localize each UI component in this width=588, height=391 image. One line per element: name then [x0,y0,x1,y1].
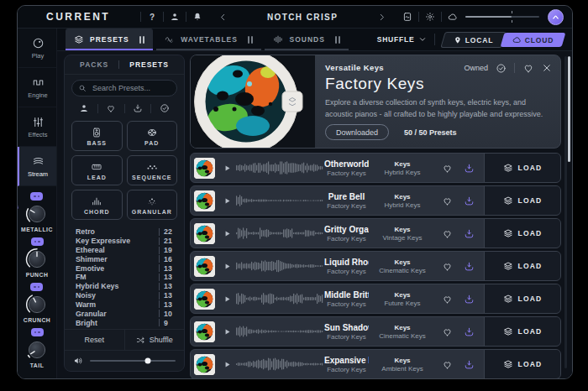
preset-row[interactable]: Middle BrittleFactory KeysKeysFuture Key… [190,284,561,314]
play-button[interactable] [223,229,232,238]
preset-row[interactable]: Expansive BellscapeFactory KeysKeysAmbie… [190,349,561,379]
tag-row[interactable]: Shimmer16 [76,254,177,263]
tag-row[interactable]: Ethereal19 [76,246,177,255]
download-button[interactable] [458,359,480,370]
account-icon[interactable] [169,12,181,22]
sidebar-item-stream[interactable]: Stream [18,147,56,186]
tag-row[interactable]: Retro22 [76,227,177,237]
scrollbar[interactable] [564,56,567,368]
mod-chip-button[interactable] [31,328,44,336]
downloaded-filter-icon[interactable] [125,103,151,113]
artist-filter-icon[interactable] [71,103,97,113]
preset-prev-button[interactable] [218,13,228,22]
mod-chip-button[interactable] [30,192,43,201]
waveform[interactable] [236,159,324,176]
waveform[interactable] [236,356,324,373]
category-chord[interactable]: CHORD [71,190,123,220]
favorite-button[interactable] [436,196,458,206]
headphones-icon[interactable] [17,201,19,211]
download-button[interactable] [458,228,480,239]
download-button[interactable] [458,294,480,305]
favorite-button[interactable] [436,359,458,370]
punch-knob[interactable] [25,246,49,271]
tab-sounds[interactable]: SOUNDS [265,29,349,50]
local-library-button[interactable]: LOCAL [441,32,507,48]
load-button[interactable]: LOAD [484,252,560,280]
tab-packs[interactable]: PACKS [80,60,108,69]
preset-next-button[interactable] [377,13,386,22]
favorite-button[interactable] [436,294,458,305]
play-button[interactable] [223,327,232,336]
close-pack-button[interactable] [542,63,552,73]
tag-row[interactable]: Warm13 [76,300,177,310]
search-input[interactable] [91,83,171,93]
tail-knob[interactable] [25,336,49,362]
tab-wavetables[interactable]: WAVETABLES [156,29,261,50]
play-button[interactable] [223,196,232,206]
mod-chip-button[interactable] [31,237,44,246]
tag-row[interactable]: Noisy13 [76,291,177,300]
favorite-button[interactable] [436,326,458,337]
download-button[interactable] [458,163,480,174]
download-button[interactable] [458,261,480,272]
tag-row[interactable]: Key Expressive21 [76,237,177,246]
current-preset-name[interactable]: NOTCH CRISP [256,13,349,22]
account-avatar-button[interactable] [548,9,564,25]
preset-row[interactable]: Liquid RhodesFactory KeysKeysCinematic K… [190,251,561,281]
sidebar-item-effects[interactable]: Effects [18,107,56,147]
tag-row[interactable]: Hybrid Keys13 [76,282,177,291]
master-volume-slider[interactable] [465,16,539,18]
search-box[interactable] [71,80,177,96]
play-button[interactable] [223,360,232,369]
tag-row[interactable]: Emotive13 [76,263,177,273]
waveform[interactable] [236,192,324,209]
downloaded-button[interactable]: Downloaded [325,124,389,140]
category-pad[interactable]: PAD [127,121,178,151]
sidebar-item-play[interactable]: Play [18,29,56,68]
preset-row[interactable]: Sun ShadowsFactory KeysKeysCinematic Key… [190,316,561,347]
scrollbar-thumb[interactable] [568,56,570,162]
load-button[interactable]: LOAD [484,186,560,215]
category-sequence[interactable]: SEQUENCE [127,155,178,185]
settings-icon[interactable] [424,12,436,22]
favorites-filter-icon[interactable] [98,103,124,113]
category-granular[interactable]: GRANULAR [127,190,178,220]
preset-row[interactable]: Otherworld BubblesFactory KeysKeysHybrid… [190,153,561,183]
favorite-pack-button[interactable] [522,62,534,74]
category-bass[interactable]: BASS [71,121,123,151]
shuffle-button[interactable]: Shuffle [125,330,185,350]
cloud-library-button[interactable]: CLOUD [500,33,565,47]
load-button[interactable]: LOAD [484,284,560,313]
save-preset-icon[interactable] [402,12,413,22]
play-button[interactable] [223,164,232,173]
favorite-button[interactable] [436,163,458,174]
waveform[interactable] [236,258,324,274]
waveform[interactable] [236,290,324,307]
load-button[interactable]: LOAD [484,317,560,346]
sidebar-item-engine[interactable]: Engine [18,68,56,107]
tag-row[interactable]: Granular10 [76,309,177,318]
cloud-sync-icon[interactable] [447,12,459,22]
shuffle-mode-button[interactable]: SHUFFLE [377,35,428,44]
favorite-button[interactable] [436,228,458,239]
waveform[interactable] [236,323,324,340]
tab-presets[interactable]: PRESETS [66,29,153,50]
preview-volume-icon[interactable] [73,356,83,366]
download-button[interactable] [458,196,480,206]
crunch-knob[interactable] [25,291,49,316]
preset-row[interactable]: Gritty OrganFactory KeysKeysVintage Keys… [190,218,561,248]
category-lead[interactable]: LEAD [71,155,123,185]
help-button[interactable]: ? [146,13,158,22]
metallic-knob[interactable] [25,201,49,226]
mod-chip-button[interactable] [30,283,43,291]
load-button[interactable]: LOAD [484,154,560,182]
play-button[interactable] [223,262,232,271]
load-button[interactable]: LOAD [484,219,560,248]
reset-button[interactable]: Reset [65,330,124,350]
load-button[interactable]: LOAD [484,350,560,378]
tag-row[interactable]: FM13 [76,273,177,282]
preset-row[interactable]: Pure BellFactory KeysKeysHybrid KeysLOAD [190,185,561,216]
notifications-icon[interactable] [192,12,203,22]
preview-volume-slider[interactable] [90,360,176,362]
favorite-button[interactable] [436,261,458,272]
